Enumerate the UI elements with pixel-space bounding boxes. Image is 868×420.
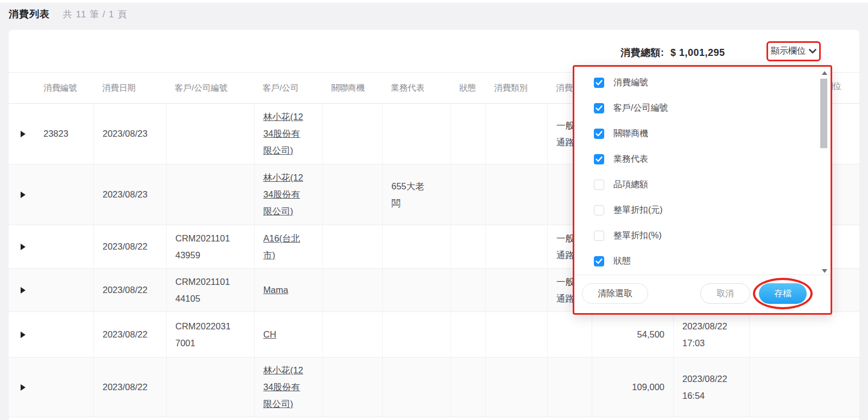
cell-opportunity xyxy=(322,225,382,268)
header-opportunity: 關聯商機 xyxy=(322,82,382,94)
column-settings-panel: 消費編號 客戶/公司編號 關聯商機 業務代表 品項總額 整單折扣(元) 整單折扣… xyxy=(573,65,832,315)
cell-channel xyxy=(547,358,592,417)
cell-category xyxy=(485,312,547,357)
column-option-sales-rep[interactable]: 業務代表 xyxy=(574,147,831,172)
column-option-consumption-id[interactable]: 消費編號 xyxy=(574,70,831,96)
scroll-up-icon[interactable] xyxy=(822,71,827,75)
column-option-customer-no[interactable]: 客戶/公司編號 xyxy=(574,96,831,121)
cell-opportunity xyxy=(322,164,382,225)
cell-date: 2023/08/22 xyxy=(93,312,166,357)
expand-row-icon[interactable] xyxy=(21,131,26,137)
scroll-down-icon[interactable] xyxy=(822,269,827,273)
customer-link[interactable]: A16(台北 市) xyxy=(263,230,300,264)
checkbox-unchecked-icon[interactable] xyxy=(594,180,604,190)
column-option-discount-amount[interactable]: 整單折扣(元) xyxy=(574,198,831,223)
cell-sales-rep xyxy=(382,312,451,357)
cell-opportunity xyxy=(322,312,382,357)
cell-category xyxy=(485,164,547,225)
customer-link[interactable]: Mama xyxy=(263,282,288,298)
customer-link[interactable]: 林小花(12 34股份有 限公司) xyxy=(263,109,303,159)
top-strip xyxy=(0,0,868,3)
cell-status xyxy=(451,225,485,268)
cell-customer-no: CRM2022031 7001 xyxy=(166,312,254,357)
cell-consumption-id xyxy=(35,164,93,225)
cell-amount: 54,500 xyxy=(592,312,673,357)
column-option-item-total[interactable]: 品項總額 xyxy=(574,172,831,198)
cell-sales-rep xyxy=(382,104,451,164)
cell-customer-no: CRM2021101 43959 xyxy=(166,225,254,268)
cell-sales-rep xyxy=(382,269,451,311)
show-columns-button[interactable]: 顯示欄位 xyxy=(766,41,821,61)
panel-scrollbar[interactable] xyxy=(820,70,828,274)
checkbox-checked-icon[interactable] xyxy=(594,154,604,164)
show-columns-label: 顯示欄位 xyxy=(771,46,806,57)
chevron-down-icon xyxy=(809,49,816,54)
header-date: 消費日期 xyxy=(93,82,166,94)
checkbox-checked-icon[interactable] xyxy=(594,256,604,266)
cell-customer: CH xyxy=(254,312,322,357)
cell-customer-no xyxy=(166,164,254,225)
header-consumption-id: 消費編號 xyxy=(35,82,93,94)
cell-date: 2023/08/22 xyxy=(93,225,166,268)
expand-row-icon[interactable] xyxy=(21,244,26,250)
cell-consumption-id xyxy=(35,269,93,311)
expand-row-icon[interactable] xyxy=(21,192,26,198)
cancel-button[interactable]: 取消 xyxy=(700,283,750,304)
cell-date: 2023/08/22 xyxy=(93,269,166,311)
cell-date: 2023/08/23 xyxy=(93,164,166,225)
customer-link[interactable]: 林小花(12 34股份有 限公司) xyxy=(263,362,303,412)
checkbox-unchecked-icon[interactable] xyxy=(594,205,604,215)
cell-category xyxy=(485,269,547,311)
header-customer-no: 客戶/公司編號 xyxy=(166,82,254,94)
cell-consumption-id xyxy=(35,312,93,357)
column-option-label: 關聯商機 xyxy=(613,128,648,139)
customer-link[interactable]: 林小花(12 34股份有 限公司) xyxy=(263,169,303,220)
record-count: 共 11 筆 / 1 頁 xyxy=(63,8,127,21)
table-row[interactable]: 2023/08/22 CRM2022031 7001 CH 54,500 202… xyxy=(9,312,859,358)
header-category: 消費類別 xyxy=(485,82,547,94)
cell-far xyxy=(749,312,859,357)
column-option-status[interactable]: 狀態 xyxy=(574,249,831,274)
column-option-label: 客戶/公司編號 xyxy=(613,103,668,114)
cell-opportunity xyxy=(322,358,382,417)
save-button[interactable]: 存檔 xyxy=(759,283,807,304)
cell-date: 2023/08/23 xyxy=(93,104,166,164)
table-row[interactable]: 2023/08/22 林小花(12 34股份有 限公司) 109,000 202… xyxy=(9,358,859,417)
scrollbar-thumb[interactable] xyxy=(820,79,827,148)
cell-customer-no xyxy=(166,104,254,164)
column-option-label: 消費編號 xyxy=(613,77,648,88)
cell-consumption-id xyxy=(35,225,93,268)
expand-row-icon[interactable] xyxy=(21,332,26,338)
clear-selection-button[interactable]: 清除選取 xyxy=(582,283,648,304)
cell-channel xyxy=(547,312,592,357)
column-option-opportunity[interactable]: 關聯商機 xyxy=(574,121,831,147)
cell-customer-no xyxy=(166,358,254,417)
header-status: 狀態 xyxy=(451,82,485,94)
cell-customer: 林小花(12 34股份有 限公司) xyxy=(254,358,322,417)
cell-status xyxy=(451,312,485,357)
cell-category xyxy=(485,225,547,268)
column-option-discount-percent[interactable]: 整單折扣(%) xyxy=(574,223,831,249)
expand-row-icon[interactable] xyxy=(21,384,26,391)
header-customer: 客戶/公司 xyxy=(254,82,322,94)
cell-date: 2023/08/22 xyxy=(93,358,166,417)
cell-customer-no: CRM2021101 44105 xyxy=(166,269,254,311)
cell-customer: A16(台北 市) xyxy=(254,225,322,268)
cell-opportunity xyxy=(322,269,382,311)
customer-link[interactable]: CH xyxy=(263,326,276,343)
cell-status xyxy=(451,269,485,311)
checkbox-unchecked-icon[interactable] xyxy=(594,231,604,241)
checkbox-checked-icon[interactable] xyxy=(594,129,604,139)
checkbox-checked-icon[interactable] xyxy=(594,78,604,88)
cell-sales-rep xyxy=(382,225,451,268)
checkbox-checked-icon[interactable] xyxy=(594,103,604,113)
header-sales-rep: 業務代表 xyxy=(382,82,451,94)
column-option-label: 整單折扣(元) xyxy=(613,205,663,216)
cell-sales-rep xyxy=(382,358,451,417)
cell-customer: Mama xyxy=(254,269,322,311)
column-settings-list: 消費編號 客戶/公司編號 關聯商機 業務代表 品項總額 整單折扣(元) 整單折扣… xyxy=(574,67,831,275)
expand-row-icon[interactable] xyxy=(21,287,26,294)
cell-opportunity xyxy=(322,104,382,164)
total-amount-label: 消費總額: xyxy=(620,47,664,58)
cell-status xyxy=(451,164,485,225)
